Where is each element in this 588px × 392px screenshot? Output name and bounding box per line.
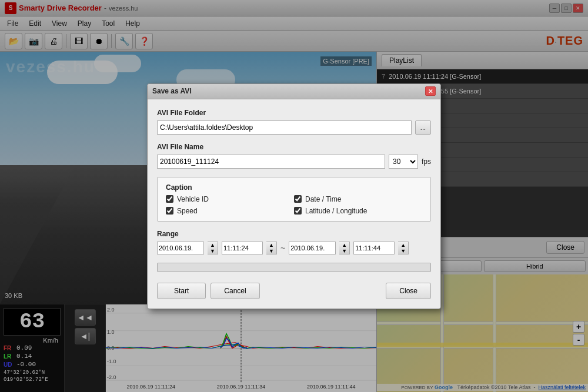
start-button[interactable]: Start (157, 283, 206, 299)
caption-lat-lon-checkbox[interactable] (294, 207, 302, 215)
filename-input[interactable] (157, 155, 385, 169)
dialog-action-buttons: Start Cancel (157, 283, 260, 299)
caption-vehicle-id-checkbox[interactable] (166, 195, 173, 203)
dialog-close-button[interactable]: Close (386, 283, 431, 299)
progress-row (157, 263, 431, 272)
dialog-titlebar: Save as AVI ✕ (148, 84, 440, 99)
folder-input[interactable] (157, 120, 412, 135)
dialog-close-x-button[interactable]: ✕ (425, 86, 436, 96)
caption-vehicle-id: Vehicle ID (166, 195, 294, 203)
range-section: Range ▲▼ ▲▼ ~ ▲▼ (157, 230, 431, 254)
fps-unit-label: fps (422, 158, 431, 166)
range-date-end-spinner[interactable]: ▲▼ (339, 242, 350, 254)
dialog-title: Save as AVI (152, 87, 425, 95)
folder-row: ... (157, 120, 431, 135)
range-tilde: ~ (280, 243, 285, 253)
filename-row: 30 15 10 fps (157, 155, 431, 169)
caption-date-time: Date / Time (294, 195, 422, 203)
caption-lat-lon: Latitude / Longitude (294, 207, 422, 215)
caption-speed: Speed (166, 207, 294, 215)
range-time-start-input[interactable] (222, 242, 263, 254)
dialog-body: AVI File Folder ... AVI File Name 30 15 … (148, 99, 440, 309)
caption-grid: Vehicle ID Date / Time Speed Latitude / … (166, 195, 422, 215)
range-time-start-spinner[interactable]: ▲▼ (266, 242, 277, 254)
caption-section: Caption Vehicle ID Date / Time Speed (157, 177, 431, 222)
fps-select[interactable]: 30 15 10 (389, 155, 418, 169)
dialog-button-row: Start Cancel Close (157, 280, 431, 299)
range-label: Range (157, 230, 431, 238)
caption-date-time-label: Date / Time (305, 195, 341, 203)
caption-vehicle-id-label: Vehicle ID (177, 195, 209, 203)
filename-label: AVI File Name (157, 143, 431, 151)
range-date-start-spinner[interactable]: ▲▼ (208, 242, 218, 254)
range-row: ▲▼ ▲▼ ~ ▲▼ ▲▼ (157, 242, 431, 254)
caption-lat-lon-label: Latitude / Longitude (305, 207, 367, 215)
range-date-start-input[interactable] (157, 242, 204, 254)
folder-label: AVI File Folder (157, 109, 431, 117)
caption-speed-label: Speed (177, 207, 198, 215)
save-avi-dialog: Save as AVI ✕ AVI File Folder ... AVI Fi… (147, 83, 441, 309)
range-date-end-input[interactable] (289, 242, 336, 254)
caption-label: Caption (166, 183, 422, 192)
dialog-overlay: Save as AVI ✕ AVI File Folder ... AVI Fi… (0, 0, 588, 392)
range-time-end-input[interactable] (353, 242, 395, 254)
browse-button[interactable]: ... (415, 120, 431, 135)
cancel-button[interactable]: Cancel (211, 283, 259, 299)
caption-speed-checkbox[interactable] (166, 207, 173, 215)
progress-bar (157, 263, 431, 272)
caption-date-time-checkbox[interactable] (294, 195, 302, 203)
range-time-end-spinner[interactable]: ▲▼ (398, 242, 409, 254)
